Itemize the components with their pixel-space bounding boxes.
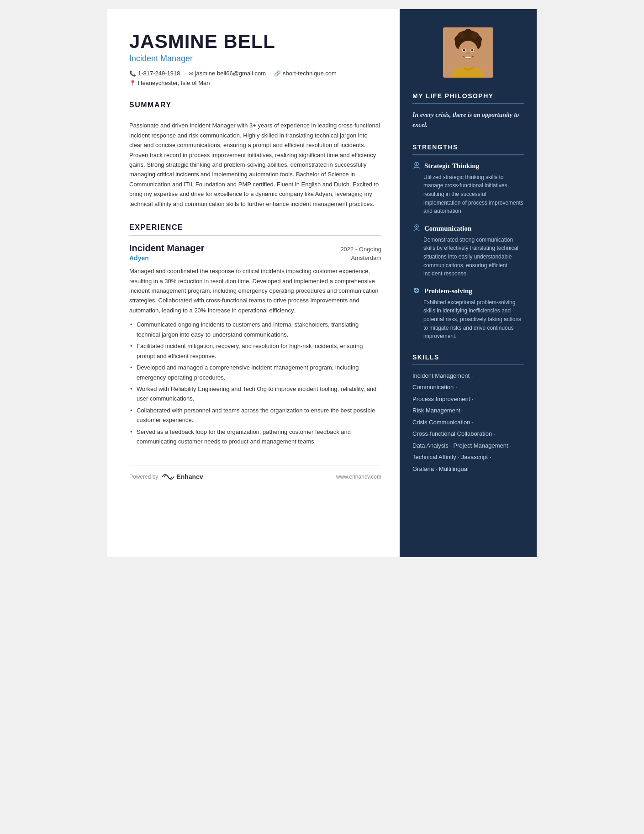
svg-point-17: [416, 163, 417, 164]
strength-communication-header: Communication: [412, 224, 524, 234]
svg-point-15: [467, 53, 470, 54]
email-icon: ✉: [189, 70, 193, 77]
philosophy-divider: [412, 103, 524, 104]
strength-problem-solving: Problem-solving Exhibited exceptional pr…: [412, 286, 524, 341]
strength-communication-desc: Demonstrated strong communication skills…: [412, 236, 524, 278]
strengths-title: STRENGTHS: [412, 143, 524, 151]
skill-3: Process Improvement ·: [412, 395, 524, 404]
strengths-section: STRENGTHS Strategic Thinking Utilized st…: [412, 143, 524, 341]
svg-point-5: [464, 29, 472, 37]
communication-icon: [412, 224, 421, 234]
svg-point-8: [475, 36, 482, 42]
job-body: Managed and coordinated the response to …: [129, 266, 381, 315]
job-item: Incident Manager 2022 - Ongoing Adyen Am…: [129, 243, 381, 446]
summary-section: SUMMARY Passionate and driven Incident M…: [129, 101, 381, 209]
svg-point-19: [416, 226, 417, 227]
location-contact: 📍 Heaneychester, Isle of Man: [129, 79, 210, 86]
strength-communication: Communication Demonstrated strong commun…: [412, 224, 524, 278]
location-icon: 📍: [129, 80, 136, 86]
summary-divider: [129, 113, 381, 113]
strength-problem-name: Problem-solving: [424, 287, 472, 295]
phone-contact: 📞 1-817-249-1918: [129, 70, 180, 77]
job-company-row: Adyen Amsterdam: [129, 254, 381, 262]
skill-9: Grafana · Multilingual: [412, 465, 524, 474]
bullet-5: Collaborated with personnel and teams ac…: [129, 406, 381, 425]
right-sidebar: MY LIFE PHILOSOPHY In every crisis, ther…: [400, 9, 537, 557]
experience-section: EXPERIENCE Incident Manager 2022 - Ongoi…: [129, 223, 381, 446]
skill-6: Cross-functional Collaboration ·: [412, 429, 524, 438]
candidate-title: Incident Manager: [129, 54, 381, 63]
philosophy-section: MY LIFE PHILOSOPHY In every crisis, ther…: [412, 92, 524, 131]
skills-divider: [412, 364, 524, 365]
location-text: Heaneychester, Isle of Man: [138, 79, 210, 86]
brand-name: Enhancv: [176, 473, 203, 480]
summary-title: SUMMARY: [129, 101, 381, 109]
job-bullets: Communicated ongoing incidents to custom…: [129, 320, 381, 446]
phone-icon: 📞: [129, 70, 136, 77]
svg-point-12: [463, 49, 465, 52]
strength-problem-header: Problem-solving: [412, 286, 524, 296]
skills-section: SKILLS Incident Management · Communicati…: [412, 354, 524, 474]
philosophy-text: In every crisis, there is an opportunity…: [412, 110, 524, 131]
enhancv-logo: Enhancv: [162, 473, 203, 481]
strength-strategic-name: Strategic Thinking: [424, 162, 479, 170]
skill-2: Communication ·: [412, 383, 524, 392]
skill-8: Technical Affinity · Javascript ·: [412, 453, 524, 462]
strength-strategic: Strategic Thinking Utilized strategic th…: [412, 161, 524, 216]
strength-communication-name: Communication: [424, 225, 471, 232]
profile-photo: [443, 27, 493, 78]
footer: Powered by Enhancv www.enhancv.com: [129, 465, 381, 481]
strength-strategic-header: Strategic Thinking: [412, 161, 524, 171]
experience-title: EXPERIENCE: [129, 223, 381, 232]
strength-strategic-desc: Utilized strategic thinking skills to ma…: [412, 173, 524, 216]
svg-point-7: [454, 36, 461, 42]
bullet-1: Communicated ongoing incidents to custom…: [129, 320, 381, 339]
bullet-6: Served as a feedback loop for the organi…: [129, 427, 381, 447]
job-location: Amsterdam: [351, 254, 381, 262]
profile-photo-wrapper: [412, 27, 524, 78]
job-dates: 2022 - Ongoing: [340, 246, 381, 253]
philosophy-title: MY LIFE PHILOSOPHY: [412, 92, 524, 100]
skill-1: Incident Management ·: [412, 371, 524, 380]
summary-text: Passionate and driven Incident Manager w…: [129, 121, 381, 209]
svg-point-13: [471, 49, 474, 52]
footer-website: www.enhancv.com: [336, 474, 381, 480]
powered-by-text: Powered by: [129, 474, 158, 480]
skill-5: Crisis Communication ·: [412, 418, 524, 427]
website-url: short-technique.com: [283, 70, 337, 77]
strengths-divider: [412, 154, 524, 155]
job-company: Adyen: [129, 254, 149, 262]
strength-problem-desc: Exhibited exceptional problem-solving sk…: [412, 298, 524, 341]
bullet-4: Worked with Reliability Engineering and …: [129, 384, 381, 404]
email-address: jasmine.bell66@gmail.com: [195, 70, 266, 77]
bullet-2: Facilitated incident mitigation, recover…: [129, 341, 381, 361]
phone-number: 1-817-249-1918: [138, 70, 180, 77]
link-icon: 🔗: [274, 70, 281, 77]
skill-4: Risk Management ·: [412, 406, 524, 415]
email-contact: ✉ jasmine.bell66@gmail.com: [189, 70, 266, 77]
bullet-3: Developed and managed a comprehensive in…: [129, 363, 381, 382]
skills-title: SKILLS: [412, 354, 524, 361]
contact-info: 📞 1-817-249-1918 ✉ jasmine.bell66@gmail.…: [129, 70, 381, 86]
job-header: Incident Manager 2022 - Ongoing: [129, 243, 381, 253]
candidate-name: JASMINE BELL: [129, 31, 381, 52]
job-title: Incident Manager: [129, 243, 204, 253]
profile-photo-svg: [443, 27, 493, 78]
skill-7: Data Analysis · Project Management ·: [412, 441, 524, 450]
experience-divider: [129, 235, 381, 236]
strategic-icon: [412, 161, 421, 171]
enhancv-icon: [162, 473, 174, 481]
resume-header: JASMINE BELL Incident Manager 📞 1-817-24…: [129, 31, 381, 86]
website-contact: 🔗 short-technique.com: [274, 70, 337, 77]
problem-solving-icon: [412, 286, 421, 296]
